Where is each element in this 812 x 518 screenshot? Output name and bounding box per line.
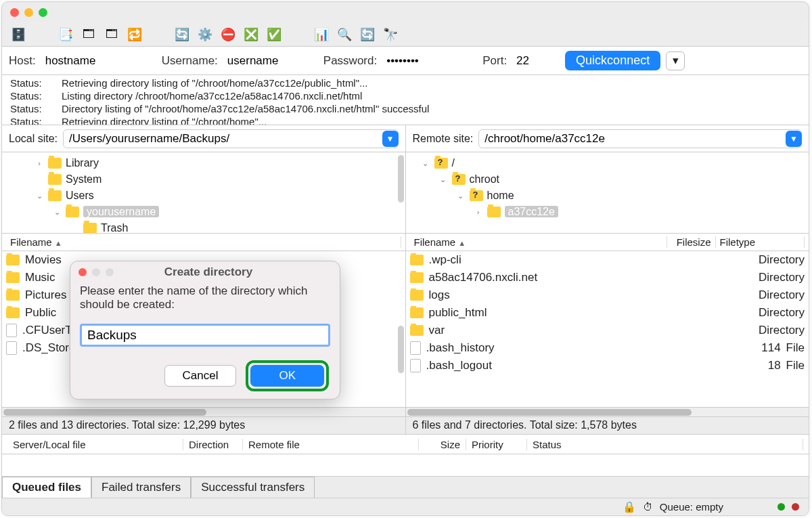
compare-button[interactable]: 📊	[312, 25, 331, 44]
col-status[interactable]: Status	[527, 439, 803, 450]
disclosure-icon[interactable]: ⌄	[35, 192, 44, 200]
toggle-log-button[interactable]: 📑	[56, 25, 75, 44]
queue-header[interactable]: Server/Local file Direction Remote file …	[2, 434, 809, 454]
list-item[interactable]: public_html Directory	[406, 304, 809, 322]
disclosure-icon[interactable]: ›	[474, 208, 483, 216]
col-priority[interactable]: Priority	[466, 439, 527, 450]
dialog-ok-button[interactable]: OK	[250, 365, 324, 387]
toggle-local-tree-button[interactable]: 🗔	[79, 25, 98, 44]
tree-item[interactable]: ⌄ /	[411, 155, 804, 171]
tree-item[interactable]: › a37cc12e	[411, 204, 804, 220]
folder-icon	[48, 190, 62, 201]
processing-button[interactable]: ⚙️	[196, 25, 215, 44]
remote-tree[interactable]: ⌄ / ⌄ chroot ⌄ home › a37cc12e	[406, 152, 809, 234]
quickconnect-button[interactable]: Quickconnect	[565, 51, 660, 70]
find-button[interactable]: 🔭	[381, 25, 400, 44]
create-directory-dialog: Create directory Please enter the name o…	[70, 261, 340, 400]
password-label: Password:	[323, 54, 377, 68]
tree-item[interactable]: ⌄ chroot	[411, 171, 804, 188]
col-direction[interactable]: Direction	[183, 439, 243, 450]
local-list-header[interactable]: Filename▲	[2, 234, 405, 251]
filename: .DS_Store	[22, 341, 75, 355]
sync-browse-button[interactable]: 🔄	[358, 25, 377, 44]
speed-icon[interactable]: ⏱	[643, 501, 653, 513]
local-site-input[interactable]	[63, 129, 398, 148]
remote-file-list[interactable]: .wp-cli Directory a58ac14706.nxcli.net D…	[406, 251, 809, 407]
list-item[interactable]: logs Directory	[406, 286, 809, 304]
host-input[interactable]	[41, 51, 156, 70]
remote-summary: 6 files and 7 directories. Total size: 1…	[406, 416, 809, 434]
ok-highlight: OK	[246, 360, 329, 391]
tab-failed[interactable]: Failed transfers	[91, 477, 191, 498]
local-site-dropdown[interactable]: ▼	[382, 131, 399, 147]
col-filesize[interactable]: Filesize	[667, 236, 716, 248]
queue-body[interactable]	[2, 454, 809, 476]
quickconnect-history-button[interactable]: ▾	[666, 51, 685, 70]
scrollbar[interactable]	[398, 326, 404, 373]
remote-site-label: Remote site:	[413, 133, 474, 145]
remote-hscroll[interactable]	[406, 407, 809, 416]
dialog-cancel-button[interactable]: Cancel	[164, 365, 237, 387]
filename: Music	[25, 271, 55, 284]
tree-item[interactable]: System	[7, 171, 400, 188]
reconnect-button[interactable]: ✅	[265, 25, 284, 44]
col-remote[interactable]: Remote file	[243, 439, 419, 450]
filter-button[interactable]: 🔍	[335, 25, 354, 44]
list-item[interactable]: var Directory	[406, 322, 809, 339]
tree-icon: 🗔	[104, 27, 119, 42]
tab-queued[interactable]: Queued files	[2, 477, 91, 498]
folder-icon	[410, 307, 424, 318]
log-line: Status:Retrieving directory listing of "…	[10, 115, 800, 125]
disclosure-icon[interactable]: ⌄	[421, 159, 430, 168]
folder-icon	[6, 255, 20, 265]
refresh-button[interactable]: 🔄	[173, 25, 191, 44]
zoom-window-button[interactable]	[39, 8, 47, 17]
site-manager-button[interactable]: 🗄️	[9, 25, 28, 44]
directory-name-input[interactable]	[80, 324, 330, 347]
compare-icon: 📊	[314, 27, 329, 42]
disclosure-icon[interactable]: ›	[35, 159, 44, 167]
filename: var	[429, 324, 445, 337]
list-item[interactable]: .bash_history 114 File	[406, 339, 809, 357]
col-filename[interactable]: Filename▲	[6, 236, 401, 248]
lock-icon[interactable]: 🔒	[623, 500, 636, 513]
remote-list-header[interactable]: Filename▲ Filesize Filetype	[406, 234, 809, 251]
tree-item[interactable]: › Library	[7, 155, 400, 171]
col-filetype[interactable]: Filetype	[716, 236, 805, 248]
col-size[interactable]: Size	[419, 439, 466, 450]
toggle-queue-button[interactable]: 🔁	[125, 25, 144, 44]
remote-site-input[interactable]	[478, 129, 802, 148]
close-window-button[interactable]	[10, 8, 19, 17]
local-hscroll[interactable]	[2, 407, 405, 416]
disconnect-button[interactable]: ❎	[242, 25, 261, 44]
tree-item[interactable]: ⌄ home	[411, 188, 804, 204]
remote-site-dropdown[interactable]: ▼	[786, 131, 802, 147]
scrollbar[interactable]	[398, 155, 404, 202]
local-tree[interactable]: › Library System ⌄ Users ⌄ yourusername …	[2, 152, 405, 234]
message-log[interactable]: Status:Retrieving directory listing of "…	[2, 75, 809, 125]
folder-icon	[452, 174, 466, 185]
list-item[interactable]: .bash_logout 18 File	[406, 357, 809, 374]
tree-item[interactable]: ⌄ yourusername	[7, 204, 400, 220]
password-input[interactable]	[382, 51, 477, 70]
minimize-window-button[interactable]	[24, 8, 33, 17]
list-item[interactable]: a58ac14706.nxcli.net Directory	[406, 269, 809, 286]
queue-tabs: Queued files Failed transfers Successful…	[2, 476, 809, 498]
username-input[interactable]	[223, 51, 318, 70]
app-window: 🗄️ 📑 🗔 🗔 🔁 🔄 ⚙️ ⛔ ❎ ✅ 📊 🔍 🔄 🔭 Host: User…	[1, 1, 809, 516]
file-icon	[410, 341, 421, 355]
list-item[interactable]: .wp-cli Directory	[406, 251, 809, 269]
col-server[interactable]: Server/Local file	[7, 439, 183, 450]
toggle-remote-tree-button[interactable]: 🗔	[102, 25, 121, 44]
col-filename[interactable]: Filename▲	[410, 236, 667, 248]
tree-item[interactable]: Trash	[7, 220, 400, 234]
port-input[interactable]	[512, 51, 560, 70]
tab-successful[interactable]: Successful transfers	[191, 477, 315, 498]
disclosure-icon[interactable]: ⌄	[456, 192, 466, 200]
disclosure-icon[interactable]: ⌄	[52, 208, 62, 217]
tree-item[interactable]: ⌄ Users	[7, 188, 400, 204]
disclosure-icon[interactable]: ⌄	[438, 175, 448, 184]
cancel-button[interactable]: ⛔	[219, 25, 238, 44]
folder-icon	[410, 272, 424, 283]
folder-icon	[83, 223, 97, 234]
